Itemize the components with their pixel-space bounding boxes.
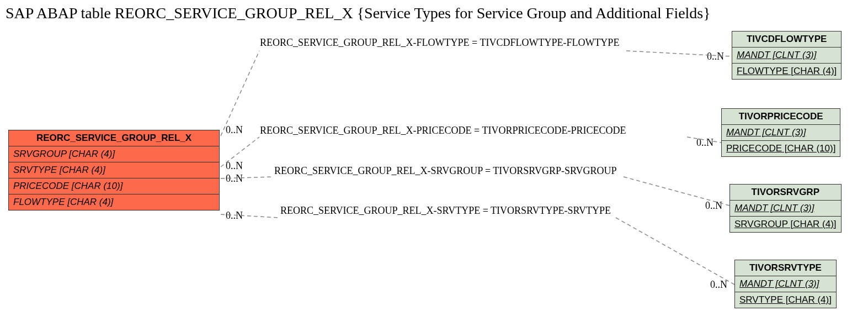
cardinality-label: 0..N [705,200,722,212]
cardinality-label: 0..N [226,124,243,136]
cardinality-label: 0..N [226,210,243,222]
entity-header: TIVORSRVTYPE [735,260,837,276]
entity-header: TIVCDFLOWTYPE [732,31,842,48]
entity-main-field: SRVGROUP [CHAR (4)] [9,146,220,162]
entity-key: MANDT [CLNT (3)] [732,48,842,64]
entity-key: MANDT [CLNT (3)] [730,201,842,217]
cardinality-label: 0..N [696,137,713,149]
entity-field: FLOWTYPE [CHAR (4)] [732,64,842,80]
cardinality-label: 0..N [226,160,243,172]
cardinality-label: 0..N [226,173,243,185]
entity-key: MANDT [CLNT (3)] [735,276,837,292]
entity-main-field: FLOWTYPE [CHAR (4)] [9,194,220,211]
entity-main-field: PRICECODE [CHAR (10)] [9,178,220,194]
entity-main: REORC_SERVICE_GROUP_REL_X SRVGROUP [CHAR… [8,130,220,211]
entity-field: SRVTYPE [CHAR (4)] [735,292,837,308]
relation-label: REORC_SERVICE_GROUP_REL_X-FLOWTYPE = TIV… [260,37,619,49]
entity-tivorpricecode: TIVORPRICECODE MANDT [CLNT (3)] PRICECOD… [721,108,840,157]
svg-line-7 [616,218,734,285]
entity-tivcdflowtype: TIVCDFLOWTYPE MANDT [CLNT (3)] FLOWTYPE … [732,31,842,80]
entity-key: MANDT [CLNT (3)] [722,125,840,141]
entity-tivorsrvtype: TIVORSRVTYPE MANDT [CLNT (3)] SRVTYPE [C… [734,260,837,308]
cardinality-label: 0..N [707,51,724,62]
entity-header: TIVORSRVGRP [730,185,842,201]
entity-main-field: SRVTYPE [CHAR (4)] [9,162,220,178]
entity-field: SRVGROUP [CHAR (4)] [730,217,842,233]
entity-tivorsrvgrp: TIVORSRVGRP MANDT [CLNT (3)] SRVGROUP [C… [729,184,842,233]
cardinality-label: 0..N [710,279,727,291]
relation-label: REORC_SERVICE_GROUP_REL_X-SRVTYPE = TIVO… [280,205,611,217]
entity-main-header: REORC_SERVICE_GROUP_REL_X [9,130,220,146]
diagram-title: SAP ABAP table REORC_SERVICE_GROUP_REL_X… [6,4,711,22]
relation-label: REORC_SERVICE_GROUP_REL_X-SRVGROUP = TIV… [274,165,617,177]
svg-line-0 [221,51,259,136]
entity-field: PRICECODE [CHAR (10)] [722,141,840,157]
entity-header: TIVORPRICECODE [722,109,840,125]
relation-label: REORC_SERVICE_GROUP_REL_X-PRICECODE = TI… [260,125,626,136]
